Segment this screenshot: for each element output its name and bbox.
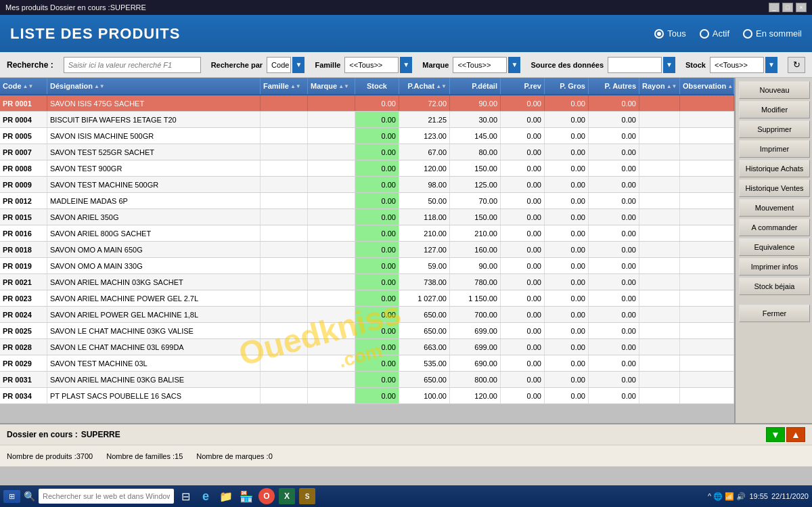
- col-header-stock[interactable]: Stock: [355, 78, 399, 94]
- table-row[interactable]: PR 0015 SAVON ARIEL 350G 0.00 118.00 150…: [0, 209, 734, 225]
- sidebar-btn-supprimer[interactable]: Supprimer: [739, 120, 810, 138]
- source-select[interactable]: [608, 57, 662, 73]
- radio-sommeil-label: En sommeil: [756, 28, 802, 39]
- td-pgros: 0.00: [545, 388, 589, 403]
- table-row[interactable]: PR 0024 SAVON ARIEL POWER GEL MACHINE 1,…: [0, 307, 734, 323]
- table-row[interactable]: PR 0021 SAVON ARIEL MACHIN 03KG SACHET 0…: [0, 274, 734, 290]
- col-header-pachat[interactable]: P.Achat▲▼: [399, 78, 450, 94]
- td-stock: 0.00: [355, 323, 399, 338]
- td-pautres: 0.00: [589, 177, 639, 192]
- nav-down-button[interactable]: ▼: [766, 427, 785, 442]
- minimize-button[interactable]: _: [769, 3, 780, 12]
- app1-icon[interactable]: O: [258, 488, 275, 504]
- td-code: PR 0034: [0, 388, 47, 403]
- store-icon[interactable]: 🏪: [238, 488, 254, 504]
- explorer-icon[interactable]: 📁: [218, 488, 234, 504]
- maximize-button[interactable]: □: [782, 3, 793, 12]
- td-pautres: 0.00: [589, 242, 639, 257]
- start-button[interactable]: ⊞: [3, 490, 20, 503]
- td-pdetail: 160.00: [450, 242, 501, 257]
- sidebar-btn-historique-ventes[interactable]: Historique Ventes: [739, 179, 810, 197]
- table-row[interactable]: PR 0031 SAVON ARIEL MACHINE 03KG BALISE …: [0, 372, 734, 388]
- table-row[interactable]: PR 0018 SAVON OMO A MAIN 650G 0.00 127.0…: [0, 242, 734, 258]
- col-header-observation[interactable]: Observation▲▼: [680, 78, 734, 94]
- table-row[interactable]: PR 0007 SAVON TEST 525GR SACHET 0.00 67.…: [0, 144, 734, 160]
- td-pachat: 738.00: [399, 274, 450, 290]
- table-row[interactable]: PR 0004 BISCUIT BIFA WAFERS 1ETAGE T20 0…: [0, 112, 734, 128]
- td-pdetail: 1 150.00: [450, 290, 501, 306]
- sidebar-btn-equivalence[interactable]: Equivalence: [739, 238, 810, 256]
- sidebar-btn-modifier[interactable]: Modifier: [739, 101, 810, 118]
- close-button[interactable]: ×: [796, 3, 807, 12]
- famille-arrow[interactable]: ▼: [400, 57, 412, 73]
- sidebar-btn-historique-achats[interactable]: Historique Achats: [739, 160, 810, 177]
- table-row[interactable]: PR 0009 SAVON TEST MACHINE 500GR 0.00 98…: [0, 177, 734, 193]
- td-prev: 0.00: [501, 372, 545, 387]
- col-header-pautres[interactable]: P. Autres: [589, 78, 639, 94]
- col-header-designation[interactable]: Désignation▲▼: [47, 78, 261, 94]
- sidebar-btn-imprimer[interactable]: Imprimer: [739, 140, 810, 158]
- table-row[interactable]: PR 0005 SAVON ISIS MACHINE 500GR 0.00 12…: [0, 128, 734, 144]
- sidebar-btn-imprimer-infos[interactable]: Imprimer infos: [739, 258, 810, 275]
- table-row[interactable]: PR 0019 SAVON OMO A MAIN 330G 0.00 59.00…: [0, 258, 734, 274]
- sidebar-btn-stock-béjaia[interactable]: Stock béjaia: [739, 278, 810, 295]
- td-observation: [680, 339, 734, 355]
- col-header-prev[interactable]: P.rev: [501, 78, 545, 94]
- marque-arrow[interactable]: ▼: [508, 57, 520, 73]
- sidebar-btn-mouvement[interactable]: Mouvement: [739, 199, 810, 217]
- excel-icon[interactable]: X: [279, 488, 295, 504]
- radio-en-sommeil[interactable]: En sommeil: [743, 28, 802, 39]
- td-code: PR 0031: [0, 372, 47, 387]
- table-row[interactable]: PR 0029 SAVON TEST MACHINE 03L 0.00 535.…: [0, 355, 734, 372]
- td-marque: [308, 258, 355, 273]
- td-prev: 0.00: [501, 193, 545, 208]
- table-row[interactable]: PR 0034 PT PLAST SACS POUBELLE 16 SACS 0…: [0, 388, 734, 404]
- nav-up-button[interactable]: ▲: [786, 427, 805, 442]
- table-row[interactable]: PR 0016 SAVON ARIEL 800G SACHET 0.00 210…: [0, 225, 734, 242]
- td-pgros: 0.00: [545, 355, 589, 371]
- recherche-par-arrow[interactable]: ▼: [292, 57, 304, 73]
- table-row[interactable]: PR 0028 SAVON LE CHAT MACHINE 03L 699DA …: [0, 339, 734, 355]
- td-famille: [261, 290, 308, 306]
- table-row[interactable]: PR 0025 SAVON LE CHAT MACHINE 03KG VALIS…: [0, 323, 734, 339]
- marque-select[interactable]: <<Tous>>: [453, 57, 507, 73]
- td-famille: [261, 95, 308, 111]
- recherche-par-select[interactable]: Code: [267, 57, 291, 73]
- edge-icon[interactable]: e: [198, 488, 214, 504]
- nb-produits: Nombre de produits :3700: [7, 452, 93, 460]
- task-view-icon[interactable]: ⊟: [177, 488, 194, 504]
- td-observation: [680, 160, 734, 176]
- taskbar-search-input[interactable]: [39, 489, 174, 504]
- radio-actif[interactable]: Actif: [700, 28, 729, 39]
- sidebar-btn-nouveau[interactable]: Nouveau: [739, 81, 810, 99]
- col-header-rayon[interactable]: Rayon▲▼: [639, 78, 680, 94]
- search-input[interactable]: [64, 57, 201, 73]
- sidebar-btn-a-commander[interactable]: A commander: [739, 219, 810, 236]
- sidebar-btn-fermer[interactable]: Fermer: [739, 305, 810, 322]
- col-header-pgros[interactable]: P. Gros: [545, 78, 589, 94]
- app2-icon[interactable]: S: [299, 488, 315, 504]
- col-header-pdetail[interactable]: P.détail: [450, 78, 501, 94]
- radio-tous[interactable]: Tous: [654, 28, 685, 39]
- td-rayon: [639, 339, 680, 355]
- td-pachat: 650.00: [399, 372, 450, 387]
- windows-icon: ⊞: [9, 492, 15, 501]
- table-row[interactable]: PR 0001 SAVON ISIS 475G SACHET 0.00 72.0…: [0, 95, 734, 112]
- col-header-code[interactable]: Code▲▼: [0, 78, 47, 94]
- td-pgros: 0.00: [545, 160, 589, 176]
- refresh-button[interactable]: ↻: [788, 57, 805, 73]
- col-header-marque[interactable]: Marque▲▼: [308, 78, 355, 94]
- search-icon: 🔍: [24, 491, 35, 502]
- table-row[interactable]: PR 0023 SAVON ARIEL MACHINE POWER GEL 2.…: [0, 290, 734, 307]
- td-stock: 0.00: [355, 274, 399, 290]
- stock-select[interactable]: <<Tous>>: [710, 57, 764, 73]
- stock-arrow[interactable]: ▼: [765, 57, 777, 73]
- status-left: Dossier en cours : SUPERRE: [7, 430, 120, 439]
- title-bar-text: Mes produits Dossier en cours :SUPERRE: [5, 3, 146, 12]
- source-arrow[interactable]: ▼: [663, 57, 675, 73]
- col-header-famille[interactable]: Famille▲▼: [261, 78, 308, 94]
- td-marque: [308, 160, 355, 176]
- table-row[interactable]: PR 0012 MADLEINE MADAS 6P 0.00 50.00 70.…: [0, 193, 734, 209]
- table-row[interactable]: PR 0008 SAVON TEST 900GR 0.00 120.00 150…: [0, 160, 734, 177]
- famille-select[interactable]: <<Tous>>: [344, 57, 399, 73]
